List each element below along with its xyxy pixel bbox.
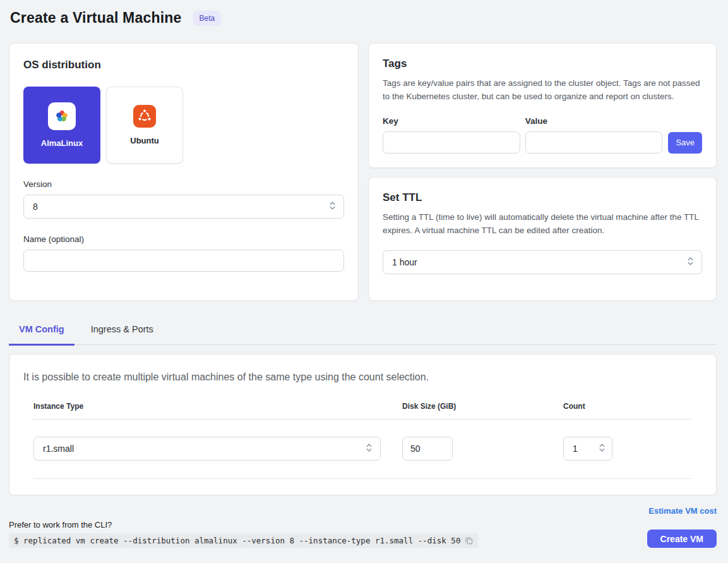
vm-name-input[interactable] xyxy=(23,250,344,272)
name-label: Name (optional) xyxy=(23,234,344,244)
tag-value-label: Value xyxy=(525,116,663,126)
count-stepper[interactable]: 1 xyxy=(563,437,612,461)
ttl-card-title: Set TTL xyxy=(383,191,702,204)
os-card-title: OS distribution xyxy=(23,59,344,71)
instance-type-value: r1.small xyxy=(43,444,74,454)
count-value: 1 xyxy=(573,444,578,454)
disk-size-input[interactable] xyxy=(402,437,453,461)
cli-block: Prefer to work from the CLI? $ replicate… xyxy=(9,520,478,548)
page-title: Create a Virtual Machine xyxy=(10,9,182,27)
ttl-select[interactable]: 1 hour xyxy=(383,250,702,274)
copy-icon[interactable] xyxy=(465,536,473,545)
vm-config-intro: It is possible to create multiple virtua… xyxy=(23,372,702,383)
tag-key-group: Key xyxy=(383,116,520,154)
disk-size-cell xyxy=(402,437,563,461)
col-instance-type: Instance Type xyxy=(33,402,402,411)
version-select-value: 8 xyxy=(33,202,38,212)
tag-value-group: Value xyxy=(525,116,663,154)
ttl-card-description: Setting a TTL (time to live) will automa… xyxy=(383,211,701,238)
os-tiles: AlmaLinux Ubuntu xyxy=(23,87,344,164)
tag-key-label: Key xyxy=(383,116,520,126)
footer-row: Prefer to work from the CLI? $ replicate… xyxy=(9,520,717,548)
create-vm-page: Create a Virtual Machine Beta OS distrib… xyxy=(0,0,728,548)
col-count: Count xyxy=(563,402,692,411)
os-tile-almalinux[interactable]: AlmaLinux xyxy=(23,87,100,164)
tag-key-input[interactable] xyxy=(383,131,520,154)
chevron-updown-icon xyxy=(329,200,336,213)
instance-table-header: Instance Type Disk Size (GiB) Count xyxy=(33,402,692,420)
chevron-updown-icon xyxy=(687,256,694,269)
tags-card-description: Tags are key/value pairs that are assign… xyxy=(383,77,701,104)
tag-form: Key Value Save xyxy=(383,116,702,154)
set-ttl-card: Set TTL Setting a TTL (time to live) wil… xyxy=(368,177,717,301)
estimate-row: Estimate VM cost xyxy=(9,505,717,516)
ttl-select-value: 1 hour xyxy=(392,257,417,267)
instance-table-row: r1.small 1 xyxy=(33,420,692,479)
os-distribution-card: OS distribution xyxy=(9,43,359,301)
ubuntu-logo-icon xyxy=(133,105,156,128)
page-header: Create a Virtual Machine Beta xyxy=(9,0,717,33)
main-columns: OS distribution xyxy=(9,43,717,301)
os-tile-ubuntu[interactable]: Ubuntu xyxy=(106,87,183,164)
cli-command-text: $ replicated vm create --distribution al… xyxy=(14,536,460,545)
cli-command-box: $ replicated vm create --distribution al… xyxy=(9,533,478,548)
tab-vm-config[interactable]: VM Config xyxy=(9,318,75,346)
instance-type-select[interactable]: r1.small xyxy=(33,437,381,461)
version-select[interactable]: 8 xyxy=(23,195,344,219)
estimate-vm-cost-link[interactable]: Estimate VM cost xyxy=(648,506,717,516)
tags-card-title: Tags xyxy=(383,58,702,70)
almalinux-logo-icon xyxy=(48,102,76,130)
os-tile-label: AlmaLinux xyxy=(41,138,83,148)
chevron-updown-icon xyxy=(599,442,606,455)
instance-table: Instance Type Disk Size (GiB) Count r1.s… xyxy=(33,402,692,479)
create-vm-button[interactable]: Create VM xyxy=(647,530,717,548)
tag-value-input[interactable] xyxy=(525,131,663,154)
os-tile-label: Ubuntu xyxy=(130,136,158,145)
save-tag-button[interactable]: Save xyxy=(668,132,702,154)
col-disk-size: Disk Size (GiB) xyxy=(402,402,563,411)
right-column: Tags Tags are key/value pairs that are a… xyxy=(368,43,717,301)
instance-type-cell: r1.small xyxy=(33,437,402,461)
tags-card: Tags Tags are key/value pairs that are a… xyxy=(368,43,717,168)
cli-prompt-text: Prefer to work from the CLI? xyxy=(9,520,478,530)
tab-ingress-ports[interactable]: Ingress & Ports xyxy=(81,318,164,346)
count-cell: 1 xyxy=(563,437,692,461)
config-tabs: VM Config Ingress & Ports xyxy=(9,318,717,345)
version-label: Version xyxy=(23,179,344,189)
beta-badge: Beta xyxy=(193,11,222,26)
vm-config-card: It is possible to create multiple virtua… xyxy=(9,354,717,495)
chevron-updown-icon xyxy=(366,442,373,455)
